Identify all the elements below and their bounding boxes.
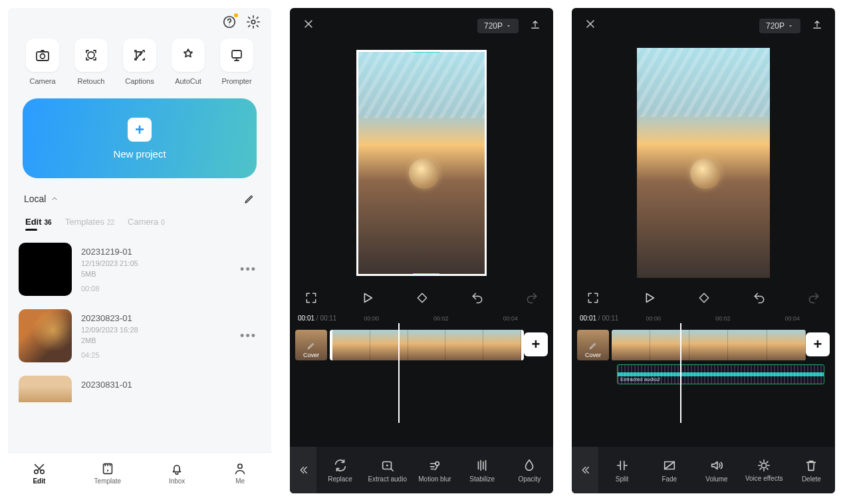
editor-toolbar: Split Fade Volume Voice effects Delete [572, 447, 835, 493]
preview-frame [356, 50, 487, 276]
tool-delete[interactable]: Delete [791, 458, 831, 483]
tool-opacity[interactable]: Opacity [509, 458, 549, 483]
fade-icon [662, 458, 677, 473]
split-icon [615, 458, 630, 473]
toolbar-back[interactable] [572, 447, 598, 493]
retouch-icon [83, 47, 99, 63]
opacity-icon [522, 458, 537, 473]
chevron-up-icon [50, 194, 59, 203]
tool-autocut[interactable]: AutoCut [168, 39, 208, 85]
svg-rect-6 [232, 51, 241, 58]
redo-icon[interactable] [525, 291, 539, 307]
edit-icon[interactable] [243, 193, 255, 205]
more-icon[interactable]: ••• [236, 263, 261, 277]
project-list: 20231219-01 12/19/2023 21:05 5MB 00:08 •… [8, 231, 271, 402]
more-icon[interactable]: ••• [236, 329, 261, 343]
fullscreen-icon[interactable] [304, 291, 318, 307]
video-clip[interactable] [612, 330, 806, 360]
preview-zone[interactable] [290, 43, 553, 283]
captions-icon [132, 47, 148, 63]
screen-editor-audio: 720P 00:01 / 00:11 00:00 00:02 00:04 [572, 8, 835, 493]
resolution-chip[interactable]: 720P [759, 19, 800, 33]
nav-edit[interactable]: Edit [32, 461, 47, 485]
crop-handle-bottom[interactable] [413, 273, 439, 275]
play-icon[interactable] [642, 291, 656, 308]
close-icon[interactable] [302, 17, 315, 34]
add-clip-button[interactable]: + [524, 332, 548, 356]
tool-replace[interactable]: Replace [320, 458, 360, 483]
keyframe-icon[interactable] [416, 291, 429, 307]
svg-point-1 [229, 25, 229, 25]
export-icon[interactable] [529, 19, 541, 33]
cover-button[interactable]: Cover [577, 330, 609, 360]
timeline[interactable]: Cover + Extracted audio2 [572, 323, 835, 396]
audio-track[interactable]: Extracted audio2 [617, 364, 824, 384]
project-item[interactable]: 20231219-01 12/19/2023 21:05 5MB 00:08 •… [19, 243, 261, 296]
tool-retouch[interactable]: Retouch [71, 39, 111, 85]
tool-extract-audio[interactable]: Extract audio [368, 458, 408, 483]
settings-icon[interactable] [246, 15, 261, 29]
tool-prompter[interactable]: Prompter [217, 39, 257, 85]
toolbar-back[interactable] [290, 447, 316, 493]
crop-handle-top[interactable] [413, 51, 439, 53]
playhead[interactable] [398, 323, 400, 423]
close-icon[interactable] [584, 17, 597, 34]
caret-down-icon [505, 23, 512, 29]
volume-icon [709, 458, 724, 473]
stabilize-icon [475, 458, 489, 473]
tab-camera[interactable]: Camera0 [128, 217, 165, 227]
tool-volume[interactable]: Volume [697, 458, 737, 483]
tool-camera[interactable]: Camera [23, 39, 62, 85]
tool-fade[interactable]: Fade [650, 458, 689, 483]
svg-point-10 [238, 464, 242, 468]
cover-button[interactable]: Cover [295, 330, 327, 360]
tools-row: Camera Retouch Captions AutoCut Prompter [8, 33, 271, 86]
prompter-icon [229, 47, 245, 63]
project-item[interactable]: 20230831-01 [19, 376, 261, 402]
video-clip[interactable] [330, 330, 524, 360]
project-item[interactable]: 20230823-01 12/09/2023 16:28 2MB 04:25 •… [19, 309, 261, 362]
tool-voice-effects[interactable]: Voice effects [744, 458, 784, 482]
time-strip: 00:01 / 00:11 00:00 00:02 00:04 [290, 312, 553, 323]
nav-template[interactable]: Template [94, 461, 122, 485]
plus-icon: + [128, 118, 152, 142]
timeline[interactable]: Cover + [290, 323, 553, 370]
new-project-button[interactable]: + New project [23, 98, 257, 178]
screen-home: Camera Retouch Captions AutoCut Prompter… [8, 8, 271, 493]
svg-point-5 [88, 52, 94, 59]
tool-motion-blur[interactable]: Motion blur [415, 458, 455, 483]
tab-templates[interactable]: Templates22 [65, 217, 114, 227]
nav-me[interactable]: Me [233, 461, 247, 485]
tool-split[interactable]: Split [602, 458, 642, 483]
svg-point-2 [251, 20, 255, 24]
nav-inbox[interactable]: Inbox [169, 461, 185, 485]
export-icon[interactable] [811, 19, 823, 33]
keyframe-icon[interactable] [697, 291, 711, 307]
project-thumbnail [19, 243, 72, 296]
bell-icon [170, 461, 184, 476]
tool-captions[interactable]: Captions [120, 39, 160, 85]
extract-audio-icon [380, 458, 395, 473]
play-icon[interactable] [360, 291, 374, 308]
template-icon [100, 461, 115, 476]
local-dropdown[interactable]: Local [24, 193, 59, 204]
preview-zone[interactable] [572, 43, 835, 283]
bottom-nav: Edit Template Inbox Me [8, 452, 271, 493]
playhead[interactable] [680, 323, 681, 423]
fullscreen-icon[interactable] [586, 291, 600, 307]
add-clip-button[interactable]: + [806, 332, 830, 356]
undo-icon[interactable] [753, 291, 766, 307]
preview-image [637, 48, 770, 278]
replace-icon [333, 458, 348, 473]
caret-down-icon [787, 23, 794, 29]
tab-edit[interactable]: Edit36 [25, 217, 52, 227]
redo-icon[interactable] [807, 291, 820, 307]
scissors-icon [32, 461, 47, 476]
project-thumbnail [19, 376, 72, 402]
tool-stabilize[interactable]: Stabilize [462, 458, 502, 483]
svg-point-14 [761, 463, 766, 467]
undo-icon[interactable] [471, 291, 484, 307]
time-strip: 00:01 / 00:11 00:00 00:02 00:04 [572, 312, 835, 323]
resolution-chip[interactable]: 720P [477, 19, 519, 33]
help-icon[interactable] [222, 15, 237, 29]
